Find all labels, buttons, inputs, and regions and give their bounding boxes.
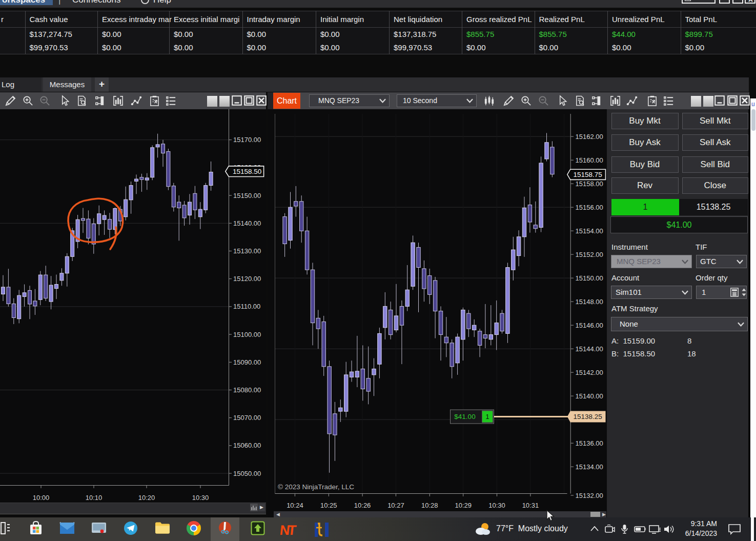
svg-text:10:25: 10:25 xyxy=(320,502,337,509)
svg-text:15158.50: 15158.50 xyxy=(233,168,261,175)
svg-text:15170.00: 15170.00 xyxy=(233,136,261,144)
svg-text:10:24: 10:24 xyxy=(287,502,303,509)
svg-text:10:10: 10:10 xyxy=(86,494,103,502)
svg-text:© 2023 NinjaTrader, LLC: © 2023 NinjaTrader, LLC xyxy=(278,483,354,491)
svg-text:15154.00: 15154.00 xyxy=(576,227,603,235)
svg-text:15162.00: 15162.00 xyxy=(576,133,603,141)
svg-text:15080.00: 15080.00 xyxy=(233,386,261,394)
svg-text:10:00: 10:00 xyxy=(33,494,50,502)
svg-text:15134.00: 15134.00 xyxy=(576,463,603,471)
svg-text:1: 1 xyxy=(486,413,489,420)
svg-text:15070.00: 15070.00 xyxy=(233,414,261,422)
svg-text:15050.00: 15050.00 xyxy=(233,470,261,477)
svg-text:15146.00: 15146.00 xyxy=(576,322,603,329)
svg-text:15130.00: 15130.00 xyxy=(233,247,261,255)
svg-text:15090.00: 15090.00 xyxy=(233,358,261,366)
svg-text:10:27: 10:27 xyxy=(387,502,404,509)
svg-text:10:20: 10:20 xyxy=(138,494,155,502)
svg-text:15142.00: 15142.00 xyxy=(576,369,603,376)
svg-text:10:29: 10:29 xyxy=(455,502,472,509)
svg-text:15160.00: 15160.00 xyxy=(576,156,603,164)
svg-text:15136.00: 15136.00 xyxy=(576,439,603,447)
svg-text:10:31: 10:31 xyxy=(522,502,539,509)
svg-text:15140.00: 15140.00 xyxy=(576,392,603,400)
svg-text:10:26: 10:26 xyxy=(354,502,371,509)
svg-text:15132.00: 15132.00 xyxy=(576,492,603,499)
svg-text:15152.00: 15152.00 xyxy=(576,251,603,258)
svg-text:$41.00: $41.00 xyxy=(454,413,475,420)
svg-text:10:30: 10:30 xyxy=(192,494,209,502)
svg-text:15150.00: 15150.00 xyxy=(576,274,603,282)
svg-text:15158.00: 15158.00 xyxy=(576,180,603,188)
svg-text:15100.00: 15100.00 xyxy=(233,331,261,338)
svg-text:15110.00: 15110.00 xyxy=(233,303,260,310)
svg-text:15156.00: 15156.00 xyxy=(576,204,603,211)
svg-text:15140.00: 15140.00 xyxy=(233,219,261,227)
svg-text:10:30: 10:30 xyxy=(488,502,505,509)
svg-text:15060.00: 15060.00 xyxy=(233,442,261,449)
svg-text:15148.00: 15148.00 xyxy=(576,298,603,306)
svg-text:15144.00: 15144.00 xyxy=(576,345,603,353)
svg-text:15120.00: 15120.00 xyxy=(233,275,261,283)
svg-text:15150.00: 15150.00 xyxy=(233,192,261,199)
svg-text:15138.25: 15138.25 xyxy=(574,413,602,420)
svg-text:10:28: 10:28 xyxy=(421,502,438,509)
svg-text:15158.75: 15158.75 xyxy=(574,171,602,178)
